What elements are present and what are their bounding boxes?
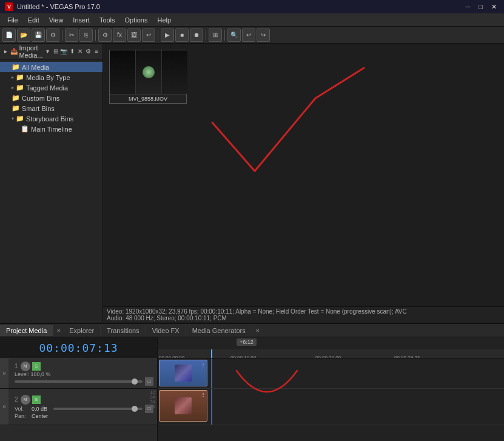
menu-file[interactable]: File (2, 15, 23, 25)
tree-label-custom: Custom Bins (22, 95, 59, 102)
tree-label-storyboard: Storyboard Bins (26, 115, 73, 123)
timeline-right: +6:12 00:00:00:00 00:00:10:00 00:00:20:0… (158, 337, 504, 441)
tree-item-media-by-type[interactable]: ▸ 📁 Media By Type (0, 72, 102, 82)
track-1-solo[interactable]: S (32, 362, 41, 371)
import-media-label[interactable]: Import Media... (19, 44, 42, 59)
menu-insert[interactable]: Insert (68, 15, 95, 25)
expand-icon[interactable]: ▸ (2, 45, 9, 58)
app-title: Untitled * - VEGAS Pro 17.0 (17, 3, 100, 10)
tree-item-smart-bins[interactable]: 📁 Smart Bins (0, 103, 102, 113)
status-line-1: Video: 1920x1080x32; 23,976 fps; 00:00:1… (107, 308, 500, 315)
window-close[interactable]: ✕ (489, 3, 499, 11)
tree-item-custom-bins[interactable]: 📁 Custom Bins (0, 93, 102, 103)
settings-button[interactable]: ⚙ (98, 29, 112, 42)
import-media-icon[interactable]: 📥 (10, 45, 18, 58)
folder-icon-main-timeline: 📋 (21, 125, 29, 133)
tab-video-fx[interactable]: Video FX (146, 325, 186, 336)
checkmark-drawing (194, 50, 394, 183)
track-1-row: ⋮ (158, 359, 504, 389)
window-minimize[interactable]: ─ (463, 3, 473, 10)
render-button[interactable]: ⚙ (46, 29, 59, 42)
track-2-side: ≡ (0, 389, 8, 425)
tree-item-main-timeline[interactable]: 📋 Main Timeline (0, 124, 102, 134)
playhead-track2 (211, 389, 212, 425)
remove-icon[interactable]: ✕ (77, 45, 84, 58)
fx-button[interactable]: fx (113, 29, 126, 42)
timeline-ruler: 00:00:00:00 00:00:10:00 00:00:20:00 00:0… (158, 349, 504, 359)
loop-button[interactable]: ↩ (142, 29, 155, 42)
tree-item-tagged-media[interactable]: ▸ 📁 Tagged Media (0, 82, 102, 93)
save-button[interactable]: 💾 (32, 29, 45, 42)
preview-content: MVI_9858.MOV (103, 44, 504, 306)
menu-edit[interactable]: Edit (23, 15, 44, 25)
audio-clip-1[interactable]: ⋮ (159, 390, 207, 422)
new-button[interactable]: 📄 (2, 29, 16, 42)
cut-button[interactable]: ✂ (65, 29, 78, 42)
tab-explorer[interactable]: Explorer (63, 325, 101, 336)
bottom-panel: Project Media ✕ Explorer Transitions Vid… (0, 323, 504, 441)
track-1-inner: 1 M S Level: 100,0 % □ (15, 362, 153, 386)
stop-button[interactable]: ■ (175, 29, 189, 42)
folder-icon-custom: 📁 (12, 94, 20, 102)
view-icon[interactable]: ⊞ (52, 45, 59, 58)
copy-button[interactable]: ⎘ (79, 29, 93, 42)
media-thumbnail[interactable]: MVI_9858.MOV (109, 50, 187, 104)
menu-bar: File Edit View Insert Tools Options Help (0, 13, 504, 27)
tree-label-tagged: Tagged Media (26, 84, 68, 92)
track-2-pan-label: Pan: (15, 413, 29, 419)
tree-item-all-media[interactable]: 📁 All Media (0, 62, 102, 72)
thumbnail-filename: MVI_9858.MOV (110, 94, 186, 103)
track-2-solo[interactable]: S (32, 396, 41, 404)
grid-button[interactable]: ⊞ (209, 29, 222, 42)
video-clip-1[interactable]: ⋮ (159, 360, 207, 386)
track-2-vol-value: 0,0 dB (32, 406, 51, 412)
track-1-number: 1 (15, 363, 18, 369)
track-2-pan-row: Pan: Center (15, 413, 153, 419)
status-bar: Video: 1920x1080x32; 23,976 fps; 00:00:1… (103, 306, 504, 323)
open-button[interactable]: 📂 (17, 29, 30, 42)
play-button[interactable]: ▶ (161, 29, 174, 42)
track-2-mute[interactable]: M (21, 395, 30, 405)
media-toolbar: ▸ 📥 Import Media... ▾ ⊞ 📷 ⬆ ✕ ⚙ ≡ (0, 44, 102, 59)
close-media-generators[interactable]: ✕ (254, 326, 262, 335)
undo-button[interactable]: ↩ (242, 29, 255, 42)
clip-menu-1[interactable]: ⋮ (201, 362, 206, 367)
time-display: 00:00:07:13 (0, 337, 157, 359)
close-project-media[interactable]: ✕ (55, 326, 63, 335)
dropdown-icon[interactable]: ▾ (44, 45, 51, 58)
clip-menu-2[interactable]: ⋮ (201, 392, 206, 397)
extract-icon[interactable]: ⬆ (69, 45, 75, 58)
capture-icon[interactable]: 📷 (60, 45, 67, 58)
menu-options[interactable]: Options (120, 15, 153, 25)
options-icon[interactable]: ⚙ (85, 45, 92, 58)
toolbar-sep-3 (158, 30, 158, 41)
window-maximize[interactable]: □ (476, 3, 485, 10)
track-1-slider[interactable] (15, 380, 143, 383)
thumb-part-1 (110, 50, 136, 94)
folder-icon-media-by-type: 📁 (16, 73, 24, 81)
expand-icon-media: ▸ (12, 75, 14, 80)
time-badge-row: +6:12 (158, 337, 504, 349)
timecode: 00:00:07:13 (39, 342, 118, 354)
menu-help[interactable]: Help (152, 15, 176, 25)
thumb-part-3 (162, 50, 187, 94)
tab-transitions[interactable]: Transitions (101, 325, 146, 336)
main-toolbar: 📄 📂 💾 ⚙ ✂ ⎘ ⚙ fx 🖼 ↩ ▶ ■ ⏺ ⊞ 🔍 ↩ ↪ (0, 27, 504, 44)
tab-media-generators[interactable]: Media Generators (186, 325, 252, 336)
track-2-vol-slider[interactable] (53, 408, 143, 410)
bottom-tabs: Project Media ✕ Explorer Transitions Vid… (0, 324, 504, 337)
redo-button[interactable]: ↪ (257, 29, 270, 42)
preview-area: MVI_9858.MOV Video: 1920x1080x32; 23,976… (103, 44, 504, 323)
media-button[interactable]: 🖼 (127, 29, 141, 42)
properties-icon[interactable]: ≡ (93, 45, 100, 58)
menu-view[interactable]: View (44, 15, 69, 25)
folder-icon-storyboard: 📁 (16, 115, 24, 123)
record-button[interactable]: ⏺ (190, 29, 203, 42)
tree-item-storyboard-bins[interactable]: ▾ 📁 Storyboard Bins (0, 113, 102, 124)
track-1-end-btn[interactable]: □ (145, 377, 153, 386)
timeline-area: 00:00:07:13 ≡ 1 M S Level: 100 (0, 337, 504, 441)
tab-project-media[interactable]: Project Media (0, 325, 53, 336)
menu-tools[interactable]: Tools (95, 15, 120, 25)
zoom-button[interactable]: 🔍 (227, 29, 241, 42)
track-1-mute[interactable]: M (21, 362, 30, 371)
